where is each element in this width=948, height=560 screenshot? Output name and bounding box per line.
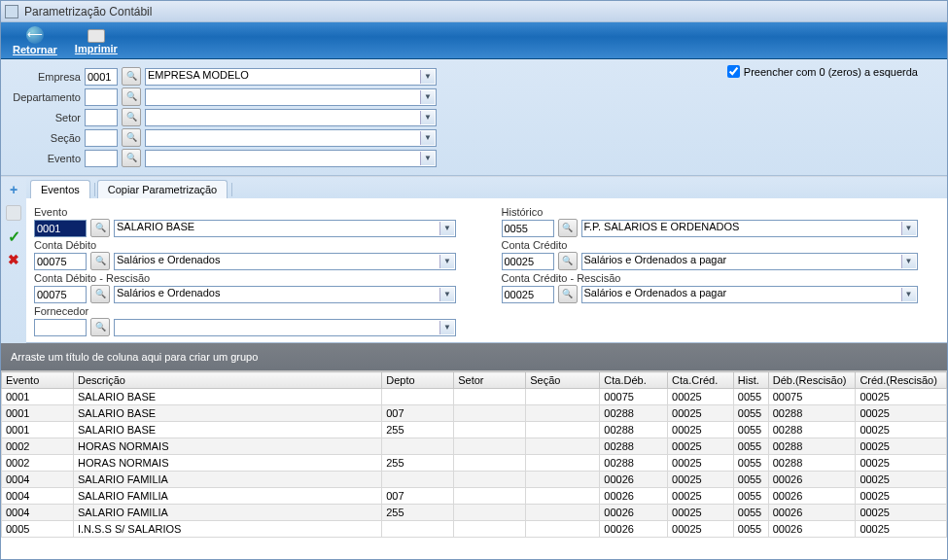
cell-secao[interactable] [526,438,600,455]
tab-copiar[interactable]: Copiar Parametrização [97,180,228,198]
cell-ctacred[interactable]: 00025 [668,422,734,438]
cell-hist[interactable]: 0055 [733,438,768,455]
cell-ctacred[interactable]: 00025 [668,505,734,521]
departamento-lookup-button[interactable] [122,88,141,106]
cell-setor[interactable] [454,405,526,422]
cell-credr[interactable]: 00025 [856,488,947,505]
cell-ctacred[interactable]: 00025 [668,521,734,538]
cell-depto[interactable]: 255 [382,422,454,438]
cell-descricao[interactable]: SALARIO BASE [74,405,382,422]
col-header-hist[interactable]: Hist. [733,372,768,389]
cell-ctadeb[interactable]: 00075 [600,389,668,405]
col-header-cta-deb[interactable]: Cta.Déb. [600,372,668,389]
form-conta-deb-resc-code-input[interactable] [34,286,87,303]
cell-descricao[interactable]: SALARIO BASE [74,422,382,438]
save-button[interactable] [5,204,22,222]
cell-hist[interactable]: 0055 [733,488,768,505]
cell-ctadeb[interactable]: 00288 [600,455,668,472]
empresa-code-input[interactable] [85,68,118,86]
cell-secao[interactable] [526,389,600,405]
col-header-deb-resc[interactable]: Déb.(Rescisão) [768,372,856,389]
cell-ctacred[interactable]: 00025 [668,472,734,488]
evento-filter-code-input[interactable] [85,150,118,167]
cell-hist[interactable]: 0055 [733,405,768,422]
table-row[interactable]: 0001SALARIO BASE255002880002500550028800… [2,422,947,438]
cell-credr[interactable]: 00025 [856,505,947,521]
cell-ctadeb[interactable]: 00288 [600,438,668,455]
cell-ctadeb[interactable]: 00288 [600,405,668,422]
form-conta-cred-resc-lookup-button[interactable] [558,285,578,303]
cell-depto[interactable]: 007 [382,488,454,505]
cell-hist[interactable]: 0055 [733,521,768,538]
secao-lookup-button[interactable] [122,128,141,147]
col-header-depto[interactable]: Depto [382,372,454,389]
cell-descricao[interactable]: HORAS NORMAIS [74,455,382,472]
cell-ctadeb[interactable]: 00026 [600,488,668,505]
cell-credr[interactable]: 00025 [856,472,947,488]
cell-credr[interactable]: 00025 [856,389,947,405]
form-evento-code-input[interactable] [34,220,87,237]
form-fornecedor-select[interactable]: ▼ [114,319,456,336]
cell-hist[interactable]: 0055 [733,472,768,488]
cell-ctacred[interactable]: 00025 [668,455,734,472]
cell-setor[interactable] [454,422,526,438]
cell-ctadeb[interactable]: 00026 [600,472,668,488]
evento-filter-select[interactable]: ▼ [145,150,437,167]
cell-hist[interactable]: 0055 [733,422,768,438]
table-row[interactable]: 0004SALARIO FAMILIA000260002500550002600… [2,472,947,488]
cell-evento[interactable]: 0001 [2,389,74,405]
cell-setor[interactable] [454,438,526,455]
col-header-setor[interactable]: Setor [454,372,526,389]
form-conta-cred-resc-select[interactable]: Salários e Ordenados a pagar ▼ [581,286,918,303]
empresa-select[interactable]: EMPRESA MODELO ▼ [145,68,437,86]
cell-setor[interactable] [454,521,526,538]
cell-depto[interactable] [382,438,454,455]
cell-ctacred[interactable]: 00025 [668,389,734,405]
cell-setor[interactable] [454,505,526,521]
form-conta-deb-resc-lookup-button[interactable] [90,285,110,303]
cell-ctadeb[interactable]: 00288 [600,422,668,438]
col-header-cred-resc[interactable]: Créd.(Rescisão) [856,372,947,389]
form-conta-cred-code-input[interactable] [502,253,554,270]
cell-depto[interactable]: 255 [382,505,454,521]
cell-credr[interactable]: 00025 [856,405,947,422]
cell-debr[interactable]: 00075 [768,389,856,405]
form-evento-lookup-button[interactable] [90,219,110,237]
form-conta-deb-code-input[interactable] [34,253,87,270]
cell-evento[interactable]: 0004 [2,472,74,488]
cell-evento[interactable]: 0004 [2,488,74,505]
cell-evento[interactable]: 0001 [2,405,74,422]
cell-credr[interactable]: 00025 [856,422,947,438]
cell-evento[interactable]: 0005 [2,521,74,538]
col-header-cta-cred[interactable]: Cta.Créd. [668,372,734,389]
cell-depto[interactable] [382,389,454,405]
cancel-button[interactable]: ✖ [5,251,22,268]
grid-group-panel[interactable]: Arraste um título de coluna aqui para cr… [1,343,947,370]
cell-secao[interactable] [526,472,600,488]
cell-descricao[interactable]: SALARIO BASE [74,389,382,405]
form-conta-cred-select[interactable]: Salários e Ordenados a pagar ▼ [581,253,918,270]
form-conta-deb-lookup-button[interactable] [90,252,110,270]
cell-secao[interactable] [526,505,600,521]
setor-lookup-button[interactable] [122,108,141,126]
table-row[interactable]: 0004SALARIO FAMILIA255000260002500550002… [2,505,947,521]
cell-debr[interactable]: 00026 [768,472,856,488]
cell-depto[interactable] [382,521,454,538]
cell-debr[interactable]: 00026 [768,521,856,538]
cell-evento[interactable]: 0004 [2,505,74,521]
cell-secao[interactable] [526,521,600,538]
cell-ctacred[interactable]: 00025 [668,405,734,422]
form-historico-code-input[interactable] [502,220,554,237]
form-conta-deb-select[interactable]: Salários e Ordenados ▼ [114,253,456,270]
cell-secao[interactable] [526,405,600,422]
cell-evento[interactable]: 0001 [2,422,74,438]
cell-ctadeb[interactable]: 00026 [600,521,668,538]
cell-debr[interactable]: 00026 [768,488,856,505]
back-button[interactable]: ⟵ Retornar [13,26,57,55]
cell-setor[interactable] [454,488,526,505]
form-historico-lookup-button[interactable] [558,219,578,237]
col-header-evento[interactable]: Evento [2,372,74,389]
form-conta-cred-lookup-button[interactable] [558,252,578,270]
table-row[interactable]: 0005I.N.S.S S/ SALARIOS00026000250055000… [2,521,947,538]
col-header-secao[interactable]: Seção [526,372,600,389]
